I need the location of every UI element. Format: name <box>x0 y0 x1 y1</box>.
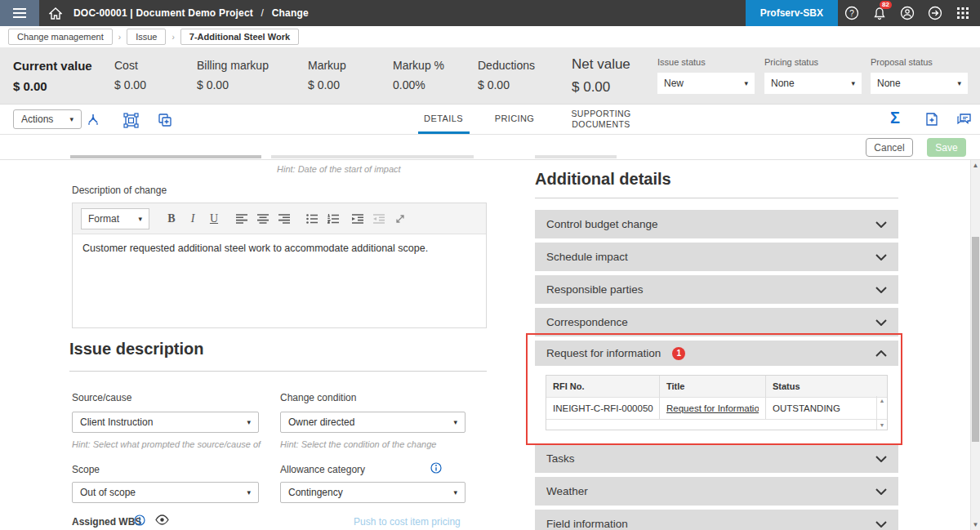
source-cause-select[interactable]: Client Instruction ▾ <box>72 412 259 433</box>
bullet-list-icon <box>306 214 318 224</box>
breadcrumb-issue[interactable]: Issue <box>127 29 166 45</box>
tab-pricing[interactable]: PRICING <box>490 105 539 134</box>
underline-button[interactable]: U <box>203 208 225 229</box>
actions-menu-button[interactable]: Actions ▾ <box>13 109 82 129</box>
issue-status-select[interactable]: New ▾ <box>657 73 755 94</box>
accordion-weather[interactable]: Weather <box>535 477 898 506</box>
scroll-up-icon[interactable]: ▲ <box>880 398 885 403</box>
bullet-list-button[interactable] <box>301 208 323 229</box>
accordion-control-budget-change[interactable]: Control budget change <box>535 210 898 238</box>
scroll-down-icon[interactable]: ▼ <box>880 422 885 428</box>
change-condition-label: Change condition <box>280 392 356 403</box>
scope-label: Scope <box>72 464 100 475</box>
expand-icon <box>395 214 405 224</box>
help-button[interactable]: ? <box>838 0 866 26</box>
environment-button[interactable]: Profserv-SBX <box>746 0 838 26</box>
scroll-clipped-field-edge <box>535 155 617 158</box>
editor-toolbar: Format ▾ B I U <box>73 203 486 234</box>
app-switcher-button[interactable] <box>949 0 977 26</box>
metric-markup-percent: Markup % 0.00% <box>393 59 444 91</box>
column-header-rfi-no: RFI No. <box>546 376 660 397</box>
scroll-down-icon[interactable]: ▼ <box>971 521 980 528</box>
scroll-up-icon[interactable]: ▲ <box>971 162 980 169</box>
rfi-table-row: INEIGHT-C-RFI-000050 Request for Informa… <box>546 397 887 419</box>
italic-button[interactable]: I <box>182 208 203 229</box>
info-icon <box>430 462 442 474</box>
chevron-down-icon: ▾ <box>453 488 457 497</box>
align-left-button[interactable] <box>231 208 252 229</box>
allowance-info-button[interactable] <box>430 462 442 474</box>
chat-icon <box>956 112 972 127</box>
breadcrumb: Change management › Issue › 7-Additional… <box>0 26 980 47</box>
column-header-status: Status <box>766 376 887 397</box>
expand-editor-button[interactable] <box>390 208 411 229</box>
rfi-status-cell: OUTSTANDING <box>766 397 887 419</box>
accordion-schedule-impact[interactable]: Schedule impact <box>535 243 898 271</box>
numbered-list-button[interactable] <box>323 208 344 229</box>
accordion-responsible-parties[interactable]: Responsible parties <box>535 275 898 304</box>
chevron-down-icon <box>875 488 887 495</box>
chevron-down-icon: ▾ <box>453 418 457 426</box>
format-dropdown[interactable]: Format ▾ <box>81 208 149 229</box>
align-right-button[interactable] <box>274 208 295 229</box>
increase-indent-button[interactable] <box>347 208 368 229</box>
page-scrollbar[interactable]: ▲ ▼ <box>970 160 980 530</box>
issue-description-title: Issue description <box>69 340 204 359</box>
top-app-bar: DOC-00001 | Document Demo Project / Chan… <box>0 0 980 26</box>
accordion-tasks[interactable]: Tasks <box>535 444 898 473</box>
tab-supporting-documents[interactable]: SUPPORTING DOCUMENTS <box>560 105 642 134</box>
summary-bar: Current value $ 0.00 Cost $ 0.00 Billing… <box>0 47 980 105</box>
align-center-button[interactable] <box>252 208 274 229</box>
breadcrumb-separator-icon: › <box>118 33 121 42</box>
comments-button[interactable] <box>956 111 972 127</box>
source-cause-hint: Hint: Select what prompted the source/ca… <box>72 439 261 449</box>
decrease-indent-button[interactable] <box>368 208 390 229</box>
rfi-table-scrollbar[interactable]: ▲ ▼ <box>876 396 887 430</box>
rfi-title-link[interactable]: Request for Information (RFI) - A <box>666 403 759 413</box>
workflow-branch-icon <box>86 113 100 127</box>
push-to-cost-item-pricing-link[interactable]: Push to cost item pricing <box>354 516 461 528</box>
assigned-wbs-preview-button[interactable] <box>155 514 169 525</box>
scrollbar-thumb[interactable] <box>972 237 979 442</box>
accordion-request-for-information[interactable]: Request for information 1 <box>535 341 898 366</box>
account-button[interactable] <box>893 0 921 26</box>
breadcrumb-current-item[interactable]: 7-Additional Steel Work <box>180 29 299 45</box>
scope-select[interactable]: Out of scope ▾ <box>72 482 259 503</box>
notifications-button[interactable]: 82 <box>866 0 893 26</box>
allowance-category-select[interactable]: Contingency ▾ <box>280 482 466 503</box>
hamburger-menu-button[interactable] <box>0 0 39 26</box>
assigned-wbs-info-button[interactable] <box>134 514 145 526</box>
workflow-button[interactable] <box>85 112 101 128</box>
cancel-button[interactable]: Cancel <box>866 138 913 157</box>
align-center-icon <box>257 214 269 224</box>
bold-button[interactable]: B <box>161 208 182 229</box>
info-icon <box>134 514 145 526</box>
home-button[interactable] <box>49 7 62 20</box>
metric-current-value: Current value $ 0.00 <box>13 59 92 93</box>
change-condition-select[interactable]: Owner directed ▾ <box>280 412 466 433</box>
issue-status-field: Issue status New ▾ <box>657 57 755 94</box>
details-tab-content: Hint: Date of the start of impact Descri… <box>0 160 980 530</box>
totals-button[interactable]: Σ <box>890 109 900 127</box>
tab-details[interactable]: DETAILS <box>412 105 474 134</box>
breadcrumb-separator-icon: › <box>172 33 174 42</box>
user-icon <box>900 6 915 20</box>
select-markup-button[interactable] <box>122 112 139 128</box>
proposal-status-select[interactable]: None ▾ <box>871 73 968 94</box>
pricing-status-select[interactable]: None ▾ <box>764 73 862 94</box>
description-text[interactable]: Customer requested additional steel work… <box>73 234 486 262</box>
chevron-down-icon <box>875 287 887 293</box>
accordion-field-information[interactable]: Field information <box>535 510 898 530</box>
accordion-correspondence[interactable]: Correspondence <box>535 308 898 336</box>
description-of-change-label: Description of change <box>72 185 167 196</box>
project-title: DOC-00001 | Document Demo Project <box>74 7 253 19</box>
metric-markup: Markup $ 0.00 <box>308 59 346 91</box>
save-button[interactable]: Save <box>927 138 966 157</box>
topbar-actions: Profserv-SBX ? 82 <box>746 0 980 26</box>
sign-out-button[interactable] <box>921 0 949 26</box>
rfi-table-empty-row <box>546 419 887 430</box>
add-document-button[interactable] <box>924 111 940 127</box>
breadcrumb-change-management[interactable]: Change management <box>8 29 113 45</box>
duplicate-button[interactable] <box>157 112 173 128</box>
chevron-down-icon <box>875 221 887 228</box>
